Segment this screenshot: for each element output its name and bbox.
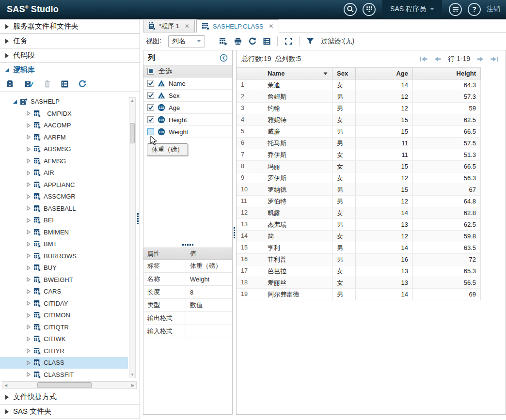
table-row[interactable]: 12凯露女1462.8 [237,207,481,219]
scroll-right-arrow[interactable]: ▶ [129,382,136,389]
tree-item-bmimen[interactable]: BMIMEN [0,226,128,238]
tree-item-citiyr[interactable]: CITIYR [0,345,128,357]
expander-icon[interactable] [27,265,31,270]
tree-item-applianc[interactable]: APPLIANC [0,179,128,191]
scroll-left-arrow[interactable]: ◀ [2,382,9,389]
table-row[interactable]: 6托马斯男1157.5 [237,138,481,149]
table-row[interactable]: 9罗伊斯女1256.3 [237,172,481,184]
collapse-panel-icon[interactable] [220,54,228,62]
tree-item-air[interactable]: AIR [0,167,128,179]
tree-item-buy[interactable]: BUY [0,262,128,274]
scrollbar-thumb[interactable] [130,123,135,143]
tree-item-bweight[interactable]: BWEIGHT [0,274,128,286]
table-row[interactable]: 18爱丽丝女1356.5 [237,277,481,289]
expander-icon[interactable] [27,301,31,306]
table-row[interactable]: 8玛丽女1566.5 [237,161,481,172]
sidebar-splitter[interactable] [137,213,139,224]
expander-icon[interactable] [27,147,31,152]
tree-vertical-scrollbar[interactable]: ▲ ▼ [129,97,136,378]
libraries-section-header[interactable]: 逻辑库 [0,63,140,77]
table-row[interactable]: 7乔伊斯女1151.3 [237,149,481,161]
first-page-button[interactable] [419,56,428,62]
tree-root-sashelp[interactable]: SASHELP [0,95,128,108]
tree-item-_cmpidx_[interactable]: _CMPIDX_ [0,108,128,120]
expander-icon[interactable] [27,253,31,258]
filter-button[interactable] [306,38,314,45]
scroll-down-arrow[interactable]: ▼ [129,372,135,378]
sidebar-section-2[interactable]: 代码段 [0,48,140,63]
column-details-button[interactable] [263,38,270,45]
column-row-name[interactable]: AName [143,78,232,90]
expander-icon[interactable] [27,218,31,223]
expander-icon[interactable] [27,135,31,140]
column-checkbox[interactable] [147,80,154,87]
tree-item-citiqtr[interactable]: CITIQTR [0,321,128,333]
print-button[interactable] [234,37,242,45]
select-all-checkbox[interactable] [147,68,154,75]
apps-button[interactable] [363,3,376,16]
tab-program-1[interactable]: *程序 1 ✕ [143,20,195,32]
panel-splitter[interactable] [233,50,236,415]
tree-item-classfit[interactable]: CLASSFIT [0,369,128,381]
sidebar-section-0[interactable]: 服务器文件和文件夹 [0,19,140,34]
help-button[interactable]: ? [468,3,481,16]
tree-item-afmsg[interactable]: AFMSG [0,155,128,167]
expander-icon[interactable] [27,325,31,329]
menu-button[interactable] [449,3,462,16]
expander-icon[interactable] [27,206,31,211]
sidebar-section-1[interactable]: 任务 [0,34,140,48]
table-row[interactable]: 10罗纳德男1567 [237,184,481,196]
expander-icon[interactable] [27,111,31,116]
column-checkbox[interactable] [147,128,154,135]
table-row[interactable]: 15亨利男1463.5 [237,242,481,254]
tree-item-cars[interactable]: CARS [0,286,128,298]
expander-icon[interactable] [27,313,31,318]
select-all-row[interactable]: 全选 [143,65,232,78]
table-row[interactable]: 11罗伯特男1264.8 [237,196,481,207]
column-row-height[interactable]: 123Height [143,114,232,126]
expander-icon[interactable] [27,337,31,342]
tree-item-bmt[interactable]: BMT [0,238,128,250]
expander-icon[interactable] [27,242,31,247]
tree-horizontal-scrollbar[interactable]: ◀ ▶ [2,381,137,389]
tree-item-burrows[interactable]: BURROWS [0,250,128,262]
expander-icon[interactable] [27,348,31,353]
expander-icon[interactable] [27,277,31,282]
new-library-button[interactable] [6,80,15,88]
column-row-sex[interactable]: ASex [143,90,232,102]
prev-page-button[interactable] [434,56,442,62]
column-checkbox[interactable] [147,92,154,99]
table-row[interactable]: 14简女1259.8 [237,231,481,242]
table-row[interactable]: 13杰弗瑞男1362.5 [237,219,481,231]
expander-icon[interactable] [27,171,31,175]
column-row-weight[interactable]: 123Weight [143,126,232,138]
column-checkbox[interactable] [147,104,154,111]
table-row[interactable]: 2詹姆斯男1257.3 [237,91,481,103]
tab-sashelp-class[interactable]: SASHELP.CLASS ✕ [196,19,279,32]
refresh-libraries-button[interactable] [79,80,86,88]
open-table-button[interactable] [219,37,227,46]
sidebar-bottom-section-1[interactable]: SAS 文件夹 [0,404,140,419]
refresh-table-button[interactable] [249,37,256,45]
tree-item-class[interactable]: CLASS [0,357,128,369]
assign-library-button[interactable] [25,80,33,88]
tree-item-aacomp[interactable]: AACOMP [0,120,128,132]
next-page-button[interactable] [476,56,484,62]
tree-item-citiwk[interactable]: CITIWK [0,333,128,345]
tree-item-aarfm[interactable]: AARFM [0,131,128,143]
close-icon[interactable]: ✕ [269,23,274,30]
view-dropdown[interactable]: 列名 [168,35,205,47]
tree-item-asscmgr[interactable]: ASSCMGR [0,191,128,203]
table-row[interactable]: 5威廉男1566.5 [237,126,481,138]
tree-item-adsmsg[interactable]: ADSMSG [0,143,128,156]
expander-icon[interactable] [27,360,31,365]
expander-icon[interactable] [27,123,31,128]
table-row[interactable]: 19阿尔弗雷德男1469 [237,289,481,300]
scroll-up-arrow[interactable]: ▲ [129,98,135,104]
last-page-button[interactable] [490,56,499,62]
table-row[interactable]: 1茉迪女1464.3 [237,79,481,91]
expander-icon[interactable] [27,230,31,234]
column-header-age[interactable]: Age [356,67,413,79]
details-button[interactable] [61,80,68,88]
column-row-age[interactable]: 123Age [143,102,232,114]
